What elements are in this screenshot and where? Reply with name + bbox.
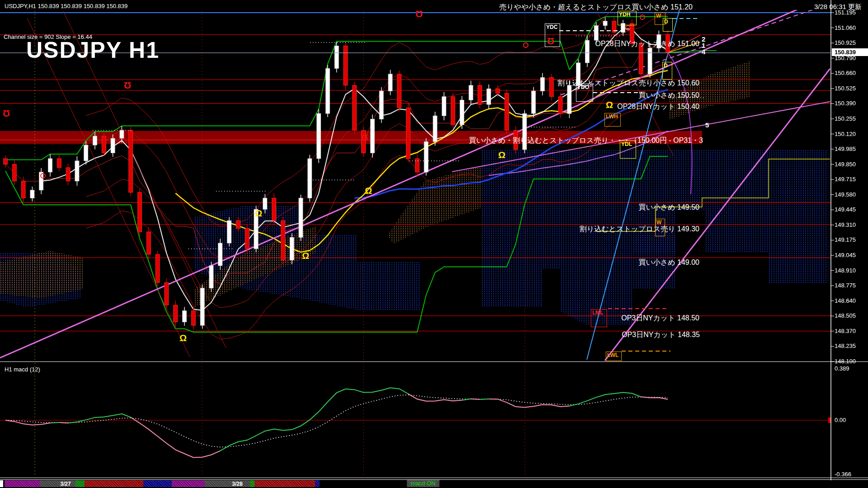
circle-mark bbox=[626, 26, 630, 30]
candle-body bbox=[102, 136, 106, 153]
candle-body bbox=[281, 221, 285, 260]
candle-body bbox=[111, 138, 115, 153]
candle-body bbox=[30, 190, 34, 198]
candle-body bbox=[415, 159, 419, 172]
candle-body bbox=[120, 131, 124, 138]
candle-body bbox=[227, 221, 231, 243]
macd-main-line bbox=[489, 399, 569, 408]
candle-body bbox=[165, 282, 169, 305]
session-segment bbox=[0, 480, 3, 487]
candle-body bbox=[209, 266, 213, 288]
candle-body bbox=[129, 131, 133, 192]
candle-body bbox=[648, 48, 652, 74]
red-trendline bbox=[27, 18, 190, 357]
candle-body bbox=[442, 97, 446, 116]
candle-body bbox=[84, 145, 88, 161]
candle-body bbox=[451, 97, 455, 125]
candle-body bbox=[370, 119, 374, 153]
session-segment bbox=[143, 480, 172, 487]
session-segment bbox=[250, 480, 255, 487]
candle-body bbox=[657, 35, 661, 48]
candle-body bbox=[505, 93, 509, 130]
candle-body bbox=[66, 168, 70, 181]
candle-body bbox=[326, 68, 330, 113]
macd-toggle-button[interactable]: macd ON bbox=[407, 480, 439, 487]
candle-body bbox=[666, 35, 670, 53]
candle-body bbox=[183, 311, 187, 322]
macd-main-line bbox=[131, 418, 220, 458]
candle-body bbox=[469, 85, 473, 100]
candle-body bbox=[639, 44, 643, 74]
macd-main-line bbox=[480, 399, 489, 399]
candle-body bbox=[585, 40, 590, 63]
candle-body bbox=[344, 46, 348, 85]
price-chart-canvas[interactable] bbox=[0, 0, 868, 488]
session-date-label: 3/27 bbox=[60, 481, 71, 487]
session-date-label: 3/28 bbox=[232, 481, 242, 487]
candle-body bbox=[174, 305, 178, 322]
candle-body bbox=[460, 100, 464, 125]
candle-body bbox=[523, 113, 527, 150]
ichimoku-cloud-orange bbox=[387, 166, 481, 244]
candle-body bbox=[4, 159, 8, 164]
candle-body bbox=[48, 159, 52, 172]
macd-main-line bbox=[59, 422, 68, 423]
candle-body bbox=[603, 21, 607, 26]
candle-body bbox=[379, 91, 383, 119]
candle-body bbox=[549, 77, 553, 96]
session-segment bbox=[172, 480, 205, 487]
macd-main-line bbox=[471, 399, 480, 399]
candle-body bbox=[335, 46, 339, 69]
candle-body bbox=[478, 85, 482, 104]
candle-body bbox=[263, 198, 267, 209]
candle-body bbox=[594, 26, 598, 40]
bottom-separator-1 bbox=[0, 478, 868, 478]
candle-body bbox=[433, 116, 437, 141]
candle-body bbox=[424, 142, 428, 172]
candle-body bbox=[200, 288, 204, 325]
candle-body bbox=[57, 159, 61, 168]
candle-body bbox=[245, 229, 249, 249]
macd-main-line bbox=[220, 388, 408, 450]
candle-body bbox=[532, 91, 536, 113]
circle-mark bbox=[640, 15, 645, 19]
candle-body bbox=[388, 74, 392, 91]
price-pane bbox=[0, 0, 831, 361]
candle-body bbox=[630, 23, 634, 44]
session-segment bbox=[85, 480, 143, 487]
candle-body bbox=[218, 243, 222, 266]
macd-signal-line bbox=[5, 395, 668, 447]
macd-main-line bbox=[50, 422, 59, 423]
session-segment bbox=[5, 480, 40, 487]
candle-body bbox=[156, 254, 160, 282]
candle-body bbox=[75, 161, 79, 181]
candle-body bbox=[12, 164, 16, 181]
macd-main-line bbox=[462, 399, 471, 400]
candle-body bbox=[406, 108, 410, 159]
candle-body bbox=[146, 232, 151, 254]
candle-body bbox=[397, 74, 401, 108]
candle-body bbox=[317, 113, 321, 159]
candle-body bbox=[496, 89, 500, 93]
candle-body bbox=[558, 97, 562, 113]
candle-body bbox=[290, 238, 294, 260]
candle-body bbox=[487, 89, 491, 104]
candle-body bbox=[236, 221, 240, 228]
session-segment bbox=[75, 480, 85, 487]
candle-body bbox=[138, 192, 142, 232]
candle-body bbox=[93, 136, 97, 145]
candle-body bbox=[576, 63, 580, 85]
candle-body bbox=[299, 198, 303, 237]
session-segment bbox=[255, 480, 315, 487]
candle-body bbox=[541, 77, 545, 91]
candle-body bbox=[21, 181, 25, 198]
mt4-chart-window: USDJPY,H1 150.839 150.839 150.839 150.83… bbox=[0, 0, 868, 488]
circle-mark bbox=[524, 43, 528, 47]
macd-pane bbox=[0, 363, 831, 477]
session-segment bbox=[205, 480, 250, 487]
macd-main-line bbox=[68, 414, 131, 423]
candle-body bbox=[191, 311, 195, 325]
candle-body bbox=[514, 131, 518, 150]
candle-body bbox=[308, 159, 312, 198]
macd-main-line bbox=[569, 393, 641, 406]
